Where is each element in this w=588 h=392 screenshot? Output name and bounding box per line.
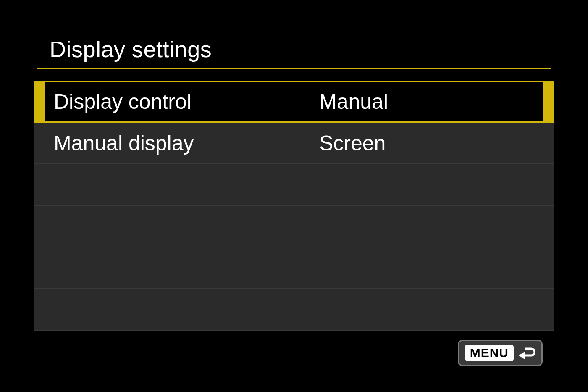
row-empty-4 xyxy=(34,206,554,247)
row-empty-6 xyxy=(34,289,554,331)
selection-border-top xyxy=(34,81,554,82)
menu-back-button[interactable]: MENU xyxy=(458,340,543,366)
footer: MENU xyxy=(458,340,543,366)
menu-label: MENU xyxy=(465,345,514,361)
row-value: Manual xyxy=(319,89,388,114)
row-label: Display control xyxy=(54,89,192,114)
display-settings-screen: Display settings Display control Manual … xyxy=(0,0,588,392)
title-bar: Display settings xyxy=(0,36,588,66)
title-underline xyxy=(37,68,551,69)
return-icon xyxy=(518,346,536,360)
selection-bar-right xyxy=(543,81,554,122)
row-display-control[interactable]: Display control Manual xyxy=(34,81,554,123)
row-empty-5 xyxy=(34,247,554,289)
page-title: Display settings xyxy=(50,36,551,62)
row-manual-display[interactable]: Manual display Screen xyxy=(34,123,554,164)
selection-bar-left xyxy=(34,81,45,122)
row-empty-3 xyxy=(34,164,554,206)
settings-list: Display control Manual Manual display Sc… xyxy=(34,81,554,331)
row-label: Manual display xyxy=(54,131,194,155)
row-value: Screen xyxy=(319,131,386,155)
